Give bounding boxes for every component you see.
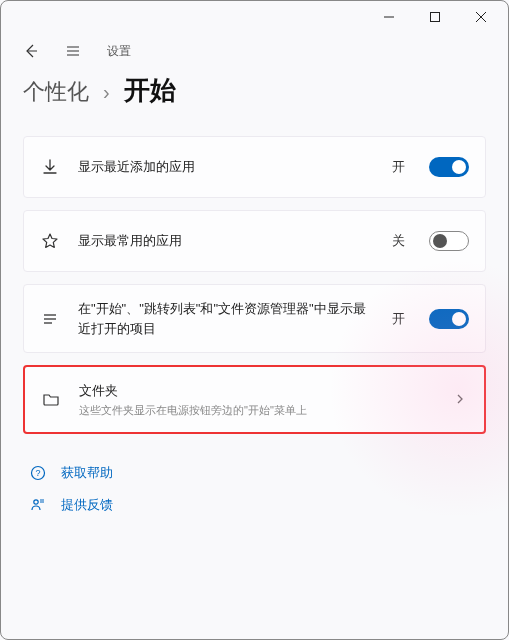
breadcrumb: 个性化 › 开始 [23, 73, 486, 108]
top-toolbar: 设置 [1, 33, 508, 69]
chevron-right-icon: › [103, 81, 110, 104]
app-title: 设置 [107, 43, 131, 60]
setting-main: 在"开始"、"跳转列表"和"文件资源管理器"中显示最近打开的项目 [78, 299, 374, 338]
toggle-state-label: 开 [392, 310, 405, 328]
minimize-button[interactable] [366, 1, 412, 33]
setting-row: 显示最常用的应用关 [23, 210, 486, 272]
setting-main: 显示最近添加的应用 [78, 157, 374, 177]
setting-title: 文件夹 [79, 381, 434, 401]
setting-title: 显示最近添加的应用 [78, 157, 374, 177]
toggle-state-label: 开 [392, 158, 405, 176]
help-icon: ? [29, 465, 47, 481]
setting-title: 在"开始"、"跳转列表"和"文件资源管理器"中显示最近打开的项目 [78, 299, 374, 338]
svg-point-13 [34, 500, 38, 504]
toggle-switch[interactable] [429, 231, 469, 251]
download-icon [40, 158, 60, 176]
folder-icon [41, 390, 61, 408]
feedback-icon [29, 497, 47, 513]
setting-row[interactable]: 文件夹这些文件夹显示在电源按钮旁边的"开始"菜单上 [23, 365, 486, 434]
toggle-switch[interactable] [429, 157, 469, 177]
setting-row: 显示最近添加的应用开 [23, 136, 486, 198]
setting-main: 文件夹这些文件夹显示在电源按钮旁边的"开始"菜单上 [79, 381, 434, 418]
get-help-label: 获取帮助 [61, 464, 113, 482]
menu-button[interactable] [55, 33, 91, 69]
list-icon [40, 310, 60, 328]
settings-list: 显示最近添加的应用开显示最常用的应用关在"开始"、"跳转列表"和"文件资源管理器… [23, 136, 486, 434]
give-feedback-label: 提供反馈 [61, 496, 113, 514]
setting-row: 在"开始"、"跳转列表"和"文件资源管理器"中显示最近打开的项目开 [23, 284, 486, 353]
setting-main: 显示最常用的应用 [78, 231, 374, 251]
page-title: 开始 [124, 73, 176, 108]
give-feedback-link[interactable]: 提供反馈 [29, 496, 480, 514]
toggle-switch[interactable] [429, 309, 469, 329]
svg-rect-1 [431, 13, 440, 22]
footer-links: ? 获取帮助 提供反馈 [1, 446, 508, 546]
toggle-state-label: 关 [392, 232, 405, 250]
maximize-button[interactable] [412, 1, 458, 33]
close-button[interactable] [458, 1, 504, 33]
chevron-right-icon [452, 393, 468, 405]
star-icon [40, 232, 60, 250]
back-button[interactable] [13, 33, 49, 69]
svg-text:?: ? [35, 468, 40, 478]
get-help-link[interactable]: ? 获取帮助 [29, 464, 480, 482]
setting-subtitle: 这些文件夹显示在电源按钮旁边的"开始"菜单上 [79, 403, 434, 418]
breadcrumb-parent[interactable]: 个性化 [23, 77, 89, 107]
setting-title: 显示最常用的应用 [78, 231, 374, 251]
window-titlebar [1, 1, 508, 33]
